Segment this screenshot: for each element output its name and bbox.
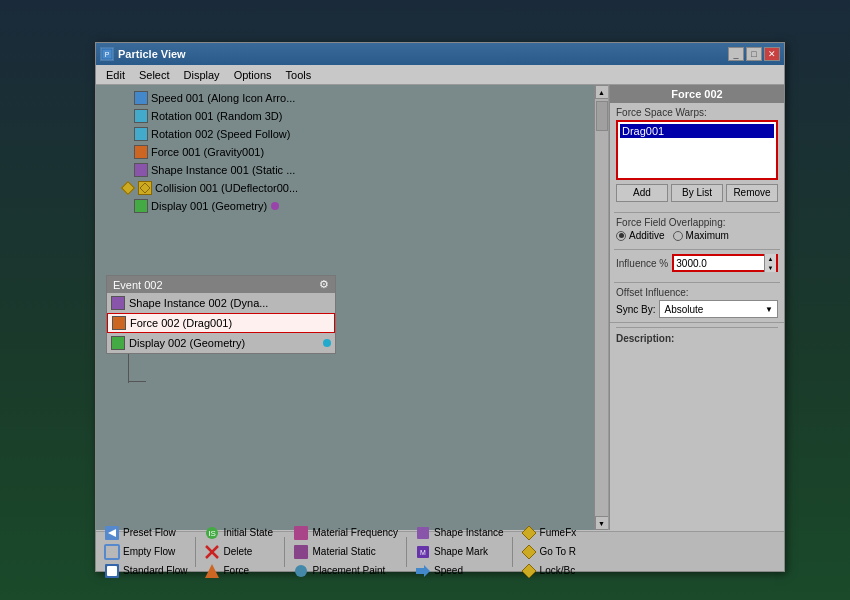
remove-button[interactable]: Remove bbox=[726, 184, 778, 202]
right-description-section: Description: bbox=[610, 322, 784, 348]
scroll-thumb[interactable] bbox=[596, 101, 608, 131]
listbox-item-drag001[interactable]: Drag001 bbox=[620, 124, 774, 138]
svg-rect-25 bbox=[294, 545, 308, 559]
radio-maximum-dot[interactable] bbox=[673, 231, 683, 241]
toolbar-div3 bbox=[406, 537, 407, 567]
svg-text:P: P bbox=[105, 51, 110, 58]
fume-fx-icon bbox=[521, 525, 537, 541]
radio-maximum-label[interactable]: Maximum bbox=[673, 230, 729, 241]
event-row-display002[interactable]: Display 002 (Geometry) bbox=[107, 333, 335, 353]
toolbar-lock[interactable]: Lock/Bc bbox=[517, 562, 597, 580]
menu-tools[interactable]: Tools bbox=[280, 67, 318, 83]
maximize-button[interactable]: □ bbox=[746, 47, 762, 61]
tree-area: Speed 001 (Along Icon Arro... Rotation 0… bbox=[96, 85, 594, 530]
title-bar-left: P Particle View bbox=[100, 47, 186, 61]
tree-item-rotation002[interactable]: Rotation 002 (Speed Follow) bbox=[132, 125, 590, 143]
toolbar-empty-flow[interactable]: Empty Flow bbox=[100, 543, 191, 561]
speed-toolbar-label: Speed bbox=[434, 565, 463, 576]
force-toolbar-label: Force bbox=[223, 565, 249, 576]
particle-tree-panel: Speed 001 (Along Icon Arro... Rotation 0… bbox=[96, 85, 609, 530]
toolbar-material-static[interactable]: Material Static bbox=[289, 543, 402, 561]
influence-row: Influence % ▲ ▼ bbox=[616, 254, 778, 272]
tree-scrollbar[interactable]: ▲ ▼ bbox=[594, 85, 608, 530]
sync-value: Absolute bbox=[664, 304, 703, 315]
toolbar-col1: Preset Flow Empty Flow Standard Flow bbox=[100, 524, 191, 580]
svg-marker-33 bbox=[522, 564, 536, 578]
toolbar-div2 bbox=[284, 537, 285, 567]
toolbar-shape-mark[interactable]: M Shape Mark bbox=[411, 543, 508, 561]
force-toolbar-icon bbox=[204, 563, 220, 579]
toolbar-preset-flow[interactable]: Preset Flow bbox=[100, 524, 191, 542]
event-label-shape-instance002: Shape Instance 002 (Dyna... bbox=[129, 297, 268, 309]
bottom-toolbar: Preset Flow Empty Flow Standard Flow IS bbox=[96, 531, 784, 571]
menu-edit[interactable]: Edit bbox=[100, 67, 131, 83]
tree-item-shape-instance001[interactable]: Shape Instance 001 (Static ... bbox=[132, 161, 590, 179]
collision-diamond-icon bbox=[121, 181, 135, 195]
lock-label: Lock/Bc bbox=[540, 565, 576, 576]
initial-state-label: Initial State bbox=[223, 527, 272, 538]
toolbar-initial-state[interactable]: IS Initial State bbox=[200, 524, 280, 542]
event-label-force002: Force 002 (Drag001) bbox=[130, 317, 232, 329]
svg-rect-6 bbox=[137, 166, 145, 174]
tree-item-rotation001[interactable]: Rotation 001 (Random 3D) bbox=[132, 107, 590, 125]
particle-view-window: P Particle View _ □ ✕ Edit Select Displa… bbox=[95, 42, 785, 572]
display2-dot bbox=[323, 339, 331, 347]
toolbar-col5: FumeFx Go To R Lock/Bc bbox=[517, 524, 597, 580]
toolbar-delete[interactable]: Delete bbox=[200, 543, 280, 561]
toolbar-placement-paint[interactable]: Placement Paint bbox=[289, 562, 402, 580]
influence-spinner[interactable]: ▲ ▼ bbox=[672, 254, 778, 272]
toolbar-fume-fx[interactable]: FumeFx bbox=[517, 524, 597, 542]
tree-item-force001[interactable]: Force 001 (Gravity001) bbox=[132, 143, 590, 161]
standard-flow-icon bbox=[104, 563, 120, 579]
toolbar-shape-instance[interactable]: Shape Instance bbox=[411, 524, 508, 542]
force-space-warps-listbox[interactable]: Drag001 bbox=[616, 120, 778, 180]
sync-dropdown[interactable]: Absolute ▼ bbox=[659, 300, 778, 318]
toolbar-speed[interactable]: Speed bbox=[411, 562, 508, 580]
placement-paint-icon bbox=[293, 563, 309, 579]
radio-additive-label[interactable]: Additive bbox=[616, 230, 665, 241]
tree-item-collision001[interactable]: Collision 001 (UDeflector00... bbox=[118, 179, 590, 197]
tree-item-display001[interactable]: Display 001 (Geometry) bbox=[132, 197, 590, 215]
tree-label-rotation001: Rotation 001 (Random 3D) bbox=[151, 110, 282, 122]
svg-rect-27 bbox=[417, 527, 429, 539]
influence-input[interactable] bbox=[674, 258, 764, 269]
material-frequency-label: Material Frequency bbox=[312, 527, 398, 538]
shape-instance-toolbar-icon bbox=[415, 525, 431, 541]
add-button[interactable]: Add bbox=[616, 184, 668, 202]
event-row-shape-instance002[interactable]: Shape Instance 002 (Dyna... bbox=[107, 293, 335, 313]
display2-icon bbox=[111, 336, 125, 350]
offset-section: Offset Influence: Sync By: Absolute ▼ bbox=[610, 283, 784, 322]
lock-icon bbox=[521, 563, 537, 579]
tree-item-speed001[interactable]: Speed 001 (Along Icon Arro... bbox=[132, 89, 590, 107]
display1-icon bbox=[134, 199, 148, 213]
radio-additive-dot[interactable] bbox=[616, 231, 626, 241]
svg-rect-24 bbox=[294, 526, 308, 540]
event-002-header: Event 002 ⚙ bbox=[107, 276, 335, 293]
by-list-button[interactable]: By List bbox=[671, 184, 723, 202]
toolbar-standard-flow[interactable]: Standard Flow bbox=[100, 562, 191, 580]
menu-select[interactable]: Select bbox=[133, 67, 176, 83]
influence-down-arrow[interactable]: ▼ bbox=[764, 263, 776, 272]
shape-instance2-icon bbox=[111, 296, 125, 310]
close-button[interactable]: ✕ bbox=[764, 47, 780, 61]
toolbar-force[interactable]: Force bbox=[200, 562, 280, 580]
menu-display[interactable]: Display bbox=[178, 67, 226, 83]
scroll-down-arrow[interactable]: ▼ bbox=[595, 516, 609, 530]
svg-rect-16 bbox=[105, 545, 119, 559]
material-static-icon bbox=[293, 544, 309, 560]
influence-section: Influence % ▲ ▼ bbox=[610, 250, 784, 282]
influence-up-arrow[interactable]: ▲ bbox=[764, 254, 776, 263]
event-label-display002: Display 002 (Geometry) bbox=[129, 337, 245, 349]
tree-label-collision001: Collision 001 (UDeflector00... bbox=[155, 182, 298, 194]
event-row-force002[interactable]: Force 002 (Drag001) bbox=[107, 313, 335, 333]
toolbar-goto[interactable]: Go To R bbox=[517, 543, 597, 561]
event-002-gear-icon[interactable]: ⚙ bbox=[319, 278, 329, 291]
minimize-button[interactable]: _ bbox=[728, 47, 744, 61]
menu-options[interactable]: Options bbox=[228, 67, 278, 83]
desc-divider bbox=[616, 327, 778, 328]
toolbar-material-frequency[interactable]: Material Frequency bbox=[289, 524, 402, 542]
delete-label: Delete bbox=[223, 546, 252, 557]
force-field-label: Force Field Overlapping: bbox=[616, 217, 778, 228]
scroll-up-arrow[interactable]: ▲ bbox=[595, 85, 609, 99]
svg-marker-12 bbox=[114, 318, 124, 328]
